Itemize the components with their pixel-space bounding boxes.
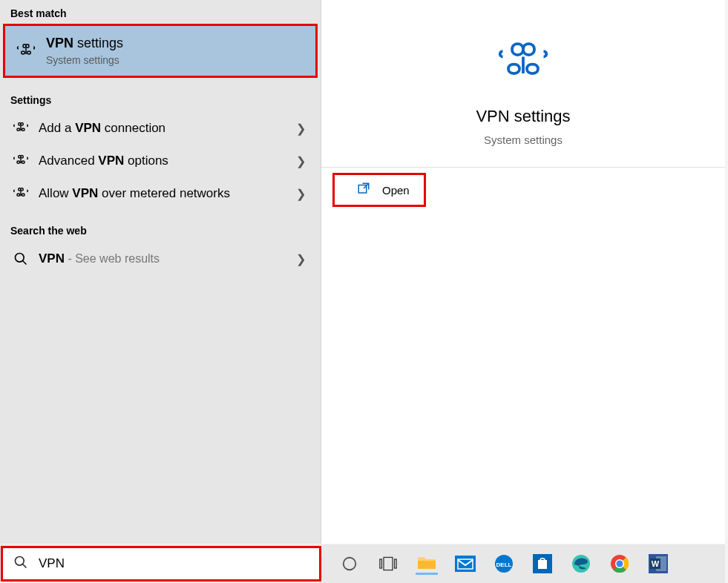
taskbar-search[interactable]	[3, 548, 319, 579]
best-match-vpn-settings[interactable]: VPN settings System settings	[4, 25, 316, 76]
chevron-right-icon: ❯	[296, 122, 306, 136]
search-results-panel: Best match VPN settings System settings …	[0, 0, 725, 544]
web-result-vpn[interactable]: VPN - See web results ❯	[0, 243, 321, 275]
svg-rect-8	[395, 559, 397, 568]
section-best-match: Best match	[0, 0, 321, 25]
svg-rect-6	[380, 559, 382, 568]
settings-item-label: Advanced VPN options	[39, 154, 296, 168]
search-input[interactable]	[39, 556, 309, 571]
web-result-label: VPN - See web results	[39, 251, 296, 266]
word-icon[interactable]: W	[647, 553, 669, 575]
settings-item-metered-vpn[interactable]: Allow VPN over metered networks ❯	[0, 177, 321, 210]
svg-line-1	[23, 261, 27, 265]
vpn-icon	[10, 187, 31, 200]
settings-item-add-vpn[interactable]: Add a VPN connection ❯	[0, 112, 321, 145]
open-action[interactable]: Open	[335, 175, 424, 205]
svg-point-21	[617, 561, 623, 567]
vpn-icon	[10, 122, 31, 135]
detail-title: VPN settings	[336, 107, 710, 126]
svg-line-4	[23, 564, 27, 568]
chrome-icon[interactable]	[609, 553, 631, 575]
chevron-right-icon: ❯	[296, 154, 306, 168]
task-view-icon[interactable]	[377, 553, 399, 575]
search-icon	[13, 555, 28, 573]
svg-text:W: W	[652, 559, 660, 568]
svg-point-5	[344, 558, 356, 570]
search-icon	[10, 251, 31, 266]
chevron-right-icon: ❯	[296, 252, 306, 266]
results-left-panel: Best match VPN settings System settings …	[0, 0, 321, 544]
best-match-title: VPN settings	[46, 36, 123, 51]
section-settings: Settings	[0, 87, 321, 112]
file-explorer-icon[interactable]	[416, 553, 438, 575]
detail-subtitle: System settings	[336, 134, 710, 146]
best-match-text: VPN settings System settings	[46, 36, 123, 66]
svg-point-0	[16, 254, 24, 263]
edge-icon[interactable]	[570, 553, 592, 575]
section-search-web: Search the web	[0, 217, 321, 243]
svg-rect-7	[384, 557, 393, 570]
store-icon[interactable]	[531, 553, 554, 575]
taskbar-icons: DELL W	[338, 553, 669, 575]
svg-text:DELL: DELL	[496, 561, 512, 568]
cortana-icon[interactable]	[338, 553, 361, 575]
details-panel: VPN settings System settings Open	[321, 0, 725, 544]
vpn-icon-large	[497, 42, 549, 86]
dell-icon[interactable]: DELL	[493, 553, 515, 575]
chevron-right-icon: ❯	[296, 187, 306, 201]
open-label: Open	[382, 184, 410, 197]
mail-icon[interactable]	[454, 553, 476, 575]
svg-point-3	[16, 557, 24, 566]
detail-header: VPN settings System settings	[321, 0, 725, 168]
vpn-icon	[15, 43, 37, 59]
open-icon	[357, 182, 370, 198]
settings-item-label: Allow VPN over metered networks	[39, 186, 296, 201]
svg-rect-15	[538, 560, 547, 569]
svg-rect-9	[418, 561, 436, 569]
vpn-icon	[10, 154, 31, 168]
taskbar: DELL W	[0, 544, 725, 583]
best-match-subtitle: System settings	[46, 54, 123, 66]
settings-item-label: Add a VPN connection	[39, 121, 296, 136]
settings-item-advanced-vpn[interactable]: Advanced VPN options ❯	[0, 145, 321, 177]
